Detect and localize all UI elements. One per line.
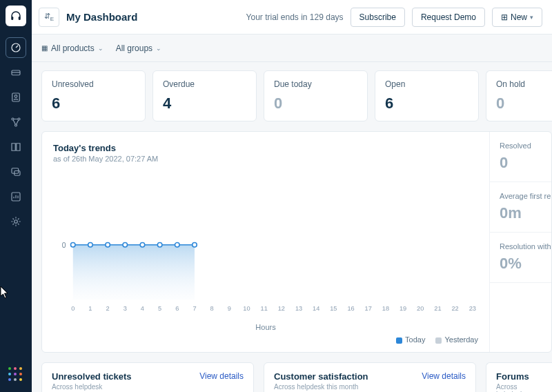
- contacts-icon: [10, 91, 22, 104]
- stat-value: 0: [500, 154, 551, 172]
- svg-rect-1: [19, 17, 21, 20]
- stat-value: 0%: [500, 255, 551, 273]
- panel-subtitle: Across helpdesk this month: [274, 383, 368, 391]
- svg-point-41: [123, 243, 128, 247]
- sidebar: [0, 0, 32, 392]
- trends-panel: Today's trends as of 26th May 2022, 07:2…: [41, 131, 552, 353]
- header: ⇵E My Dashboard Your trial ends in 129 d…: [32, 0, 552, 35]
- stat-label: Resolved: [500, 141, 551, 150]
- panel-forums: Forums Across helpdesk: [486, 362, 552, 392]
- plus-icon: ⊞: [501, 12, 508, 22]
- panel-unresolved-tickets: Unresolved tickets Across helpdesk View …: [41, 362, 254, 392]
- svg-text:0: 0: [71, 305, 75, 312]
- filter-button[interactable]: ⇵E: [39, 8, 59, 27]
- svg-text:16: 16: [347, 305, 354, 312]
- svg-point-12: [14, 220, 18, 224]
- svg-text:23: 23: [469, 305, 476, 312]
- groups-dropdown[interactable]: All groups ⌄: [116, 43, 161, 53]
- panel-subtitle: Across helpdesk: [496, 383, 542, 392]
- svg-point-8: [15, 124, 17, 126]
- svg-text:2: 2: [106, 305, 110, 312]
- legend-yesterday-swatch: [435, 337, 442, 344]
- nav-chat[interactable]: [6, 161, 26, 182]
- trial-text: Your trial ends in 129 days: [246, 12, 344, 22]
- card-label: Overdue: [163, 79, 246, 89]
- svg-text:11: 11: [261, 305, 268, 312]
- nav-automation[interactable]: [6, 112, 26, 133]
- card-label: Due today: [274, 79, 357, 89]
- request-demo-button[interactable]: Request Demo: [412, 8, 485, 27]
- new-label: New: [511, 12, 527, 22]
- stat-label: Resolution within SLA: [500, 242, 551, 251]
- new-button[interactable]: ⊞ New ▾: [492, 8, 542, 27]
- svg-text:1: 1: [88, 305, 92, 312]
- svg-text:9: 9: [228, 305, 231, 312]
- svg-text:19: 19: [400, 305, 406, 312]
- chevron-down-icon: ⌄: [98, 45, 103, 52]
- trends-subtitle: as of 26th May 2022, 07:27 AM: [53, 155, 478, 163]
- panel-title: Unresolved tickets: [52, 371, 132, 382]
- stat-value: 0m: [500, 204, 551, 222]
- svg-text:10: 10: [243, 305, 250, 312]
- chart-legend: Today Yesterday: [53, 335, 478, 344]
- filter-icon: ⇵E: [44, 12, 54, 22]
- svg-text:0: 0: [62, 242, 66, 249]
- view-details-link[interactable]: View details: [422, 371, 466, 381]
- card-label: Unresolved: [52, 79, 135, 89]
- card-due-today[interactable]: Due today 0: [264, 70, 368, 121]
- groups-label: All groups: [116, 43, 152, 53]
- card-value: 0: [274, 95, 357, 112]
- svg-text:8: 8: [210, 305, 214, 312]
- view-details-link[interactable]: View details: [199, 371, 244, 381]
- card-unresolved[interactable]: Unresolved 6: [41, 70, 146, 121]
- panel-title: Customer satisfaction: [274, 371, 368, 382]
- subscribe-button[interactable]: Subscribe: [351, 8, 405, 27]
- ticket-icon: [10, 66, 22, 79]
- nav-dashboard[interactable]: [6, 37, 26, 58]
- stat-first-response: Average first response time 0m: [490, 182, 551, 233]
- apps-launcher[interactable]: [8, 367, 23, 382]
- svg-text:5: 5: [158, 305, 161, 312]
- legend-today-swatch: [396, 337, 402, 344]
- nav-settings[interactable]: [6, 211, 26, 232]
- card-value: 0: [496, 95, 542, 112]
- svg-text:22: 22: [451, 305, 458, 312]
- card-label: Open: [385, 79, 469, 89]
- card-label: On hold: [496, 79, 542, 89]
- grid-icon: ▦: [41, 44, 48, 52]
- svg-text:21: 21: [434, 305, 441, 312]
- svg-text:7: 7: [193, 305, 196, 312]
- nav-tickets[interactable]: [6, 62, 26, 83]
- legend-yesterday-label: Yesterday: [444, 335, 478, 344]
- nav-reports[interactable]: [6, 186, 26, 207]
- svg-point-45: [193, 243, 197, 247]
- card-overdue[interactable]: Overdue 4: [152, 70, 257, 121]
- svg-text:20: 20: [417, 305, 424, 312]
- bottom-panels: Unresolved tickets Across helpdesk View …: [41, 362, 552, 392]
- panel-subtitle: Across helpdesk: [52, 383, 132, 391]
- card-value: 4: [163, 95, 246, 112]
- legend-today-label: Today: [405, 335, 425, 344]
- svg-text:3: 3: [124, 305, 127, 312]
- trends-stats: Resolved 0 Average first response time 0…: [489, 132, 551, 352]
- knowledge-icon: [10, 141, 22, 153]
- trends-chart-area: Today's trends as of 26th May 2022, 07:2…: [42, 132, 489, 352]
- nav-knowledge[interactable]: [6, 137, 26, 157]
- summary-cards: Unresolved 6 Overdue 4 Due today 0 Open …: [41, 70, 552, 121]
- svg-point-7: [18, 118, 20, 120]
- svg-text:13: 13: [295, 305, 302, 312]
- svg-point-5: [14, 95, 17, 98]
- automation-icon: [10, 116, 22, 128]
- settings-icon: [10, 215, 22, 228]
- card-open[interactable]: Open 6: [375, 70, 479, 121]
- svg-text:18: 18: [382, 305, 389, 312]
- svg-point-42: [140, 243, 145, 247]
- products-dropdown[interactable]: ▦ All products ⌄: [41, 43, 103, 53]
- card-on-hold[interactable]: On hold 0: [486, 70, 552, 121]
- svg-point-43: [157, 243, 162, 247]
- filter-bar: ▦ All products ⌄ All groups ⌄: [32, 35, 552, 62]
- reports-icon: [10, 190, 22, 203]
- svg-text:12: 12: [278, 305, 285, 312]
- app-logo[interactable]: [6, 6, 26, 26]
- nav-contacts[interactable]: [6, 87, 26, 108]
